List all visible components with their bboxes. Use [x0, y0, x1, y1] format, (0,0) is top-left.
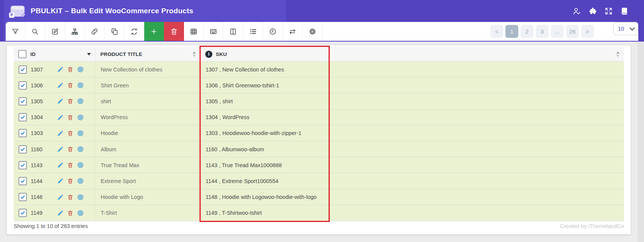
info-icon[interactable]: i: [205, 51, 212, 58]
view-icon[interactable]: [77, 194, 84, 201]
trash-icon[interactable]: [67, 178, 73, 184]
row-checkbox[interactable]: [19, 193, 27, 201]
user-check-icon[interactable]: [572, 7, 581, 16]
pencil-icon[interactable]: [57, 146, 64, 152]
page-next-button[interactable]: >: [581, 25, 594, 38]
puzzle-icon[interactable]: [588, 7, 597, 16]
row-checkbox[interactable]: [19, 209, 27, 217]
split-view-button[interactable]: [223, 22, 243, 41]
view-icon[interactable]: [77, 146, 84, 153]
column-header-extra[interactable]: [329, 47, 624, 61]
sort-icon[interactable]: [616, 51, 619, 57]
view-icon[interactable]: [77, 82, 84, 89]
bulk-edit-button[interactable]: [45, 22, 65, 41]
history-button[interactable]: [263, 22, 283, 41]
row-checkbox[interactable]: [19, 145, 27, 154]
page-3-button[interactable]: 3: [536, 25, 549, 38]
column-header-sku[interactable]: i SKU: [201, 47, 329, 61]
table-row: 1305 shirt 1305 , shirt: [14, 93, 624, 109]
view-icon[interactable]: [77, 66, 84, 73]
row-checkbox[interactable]: [19, 161, 27, 169]
row-actions: [57, 114, 84, 121]
page-26-button[interactable]: 26: [566, 25, 579, 38]
row-checkbox[interactable]: [19, 129, 27, 137]
row-checkbox[interactable]: [19, 97, 27, 105]
id-cell: 1148: [14, 189, 96, 205]
toolbar: <123...26> 10: [6, 22, 638, 41]
search-button[interactable]: [25, 22, 45, 41]
search-icon: [31, 28, 39, 36]
delete-products-button[interactable]: [164, 22, 184, 41]
meta-fields-button[interactable]: [204, 22, 223, 41]
view-icon[interactable]: [77, 130, 84, 137]
page-1-button[interactable]: 1: [505, 25, 518, 38]
view-icon[interactable]: [77, 161, 84, 169]
row-id: 1148: [31, 194, 47, 200]
trash-icon[interactable]: [67, 114, 73, 121]
trash-icon[interactable]: [67, 82, 73, 88]
list-view-button[interactable]: [243, 22, 263, 41]
trash-icon[interactable]: [67, 146, 73, 152]
view-icon[interactable]: [77, 209, 84, 217]
trash-icon[interactable]: [67, 194, 73, 200]
row-id: 1307: [31, 67, 47, 73]
row-checkbox[interactable]: [19, 65, 27, 74]
row-title: Extreme Sport: [96, 173, 201, 189]
duplicate-button[interactable]: [104, 22, 124, 41]
credit-text: Created by iThemelandCo: [560, 223, 624, 229]
pencil-icon[interactable]: [57, 98, 64, 104]
pencil-icon[interactable]: [57, 66, 64, 73]
sort-icon[interactable]: [193, 51, 196, 57]
logo-letter: P: [9, 12, 14, 18]
table-icon: [190, 28, 198, 36]
copy-icon: [111, 28, 119, 36]
fullscreen-icon[interactable]: [604, 7, 613, 16]
pencil-icon[interactable]: [57, 82, 64, 88]
swap-button[interactable]: [283, 22, 303, 41]
column-header-product-title[interactable]: PRODUCT TITLE: [96, 47, 201, 61]
select-all-checkbox[interactable]: [18, 50, 27, 58]
row-title: Hoodie: [96, 126, 201, 141]
row-checkbox[interactable]: [19, 81, 27, 90]
row-sku: 1144 , Extreme Sport1000554: [201, 173, 329, 189]
pencil-icon[interactable]: [57, 114, 64, 121]
trash-icon[interactable]: [67, 162, 73, 168]
row-checkbox[interactable]: [19, 113, 27, 121]
id-cell: 1304: [14, 110, 96, 125]
page-size-select[interactable]: 10: [613, 22, 638, 35]
view-icon[interactable]: [77, 177, 84, 185]
pencil-icon[interactable]: [57, 130, 64, 137]
id-cell: 1160: [14, 141, 96, 157]
book-icon[interactable]: [620, 7, 629, 16]
refresh-button[interactable]: [125, 22, 144, 41]
app-title: PBULKiT – Bulk Edit WooCommerce Products: [31, 7, 193, 15]
view-icon[interactable]: [77, 114, 84, 121]
trash-icon[interactable]: [67, 130, 73, 137]
column-header-id[interactable]: ID: [14, 47, 96, 61]
pencil-icon[interactable]: [57, 194, 64, 200]
add-product-button[interactable]: [144, 22, 164, 41]
row-checkbox[interactable]: [19, 177, 27, 185]
settings-button[interactable]: [303, 22, 322, 41]
view-icon[interactable]: [77, 98, 84, 105]
sort-descending-icon[interactable]: [87, 53, 91, 56]
app-logo: P: [11, 6, 25, 17]
table-row: 1304 WordPress 1304 , WordPress: [14, 110, 624, 126]
column-manager-button[interactable]: [184, 22, 204, 41]
trash-icon[interactable]: [67, 66, 73, 73]
page-2-button[interactable]: 2: [521, 25, 533, 38]
pencil-icon[interactable]: [57, 210, 64, 216]
table-row: 1306 Shirt Green 1306 , Shirt Greenwoo-t…: [14, 78, 624, 93]
trash-icon[interactable]: [67, 98, 73, 104]
pencil-icon[interactable]: [57, 162, 64, 168]
id-cell: 1149: [14, 205, 96, 221]
scrollbar-track[interactable]: [638, 42, 644, 242]
trash-icon[interactable]: [67, 210, 73, 216]
page-prev-button[interactable]: <: [490, 25, 503, 38]
filter-button[interactable]: [6, 22, 25, 41]
extra-cell: [329, 78, 624, 93]
bind-edit-button[interactable]: [85, 22, 104, 41]
hierarchy-button[interactable]: [65, 22, 85, 41]
pencil-icon[interactable]: [57, 178, 64, 184]
id-column-label: ID: [30, 51, 36, 57]
